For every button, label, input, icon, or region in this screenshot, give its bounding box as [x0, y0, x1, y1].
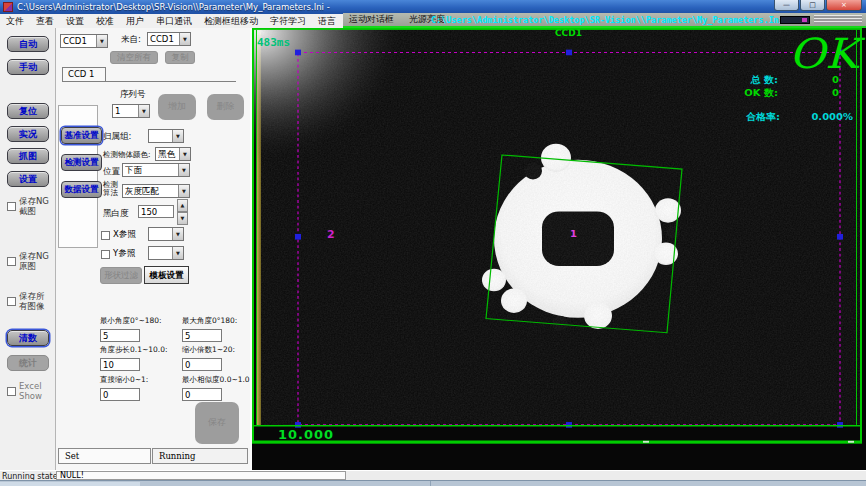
chevron-down-icon[interactable]: ▼ — [96, 35, 107, 47]
from-select[interactable]: CCD1 ▼ — [147, 32, 191, 46]
tab-set[interactable]: Set — [58, 448, 151, 464]
mini-window-controls[interactable] — [780, 16, 810, 24]
camera-view: 2 1 483ms CCD1 OK 总 数: 0 OK 数: 0 合格率: 0.… — [252, 28, 866, 470]
angle-step-input[interactable] — [100, 358, 140, 371]
chevron-down-icon[interactable]: ▼ — [172, 228, 183, 240]
chevron-down-icon[interactable]: ▼ — [172, 247, 183, 259]
y-ref-checkbox[interactable] — [101, 250, 110, 259]
shape-filter-button[interactable]: 形状过滤 — [100, 267, 142, 284]
frame-tick — [643, 441, 649, 443]
chevron-down-icon[interactable]: ▼ — [179, 33, 190, 45]
menu-item-motion-dialog[interactable]: 运动对话框 — [343, 13, 400, 26]
roi-handle-ml[interactable] — [295, 234, 301, 240]
serial-select[interactable]: 1 ▼ — [112, 104, 150, 118]
position-select[interactable]: 下面 ▼ — [122, 163, 190, 177]
direct-shrink-input[interactable] — [100, 388, 140, 401]
clear-all-button[interactable]: 清空所有 — [110, 51, 158, 64]
y-ref-select[interactable]: ▼ — [148, 246, 184, 260]
min-angle-input[interactable] — [100, 329, 140, 342]
menu-item-char-learn[interactable]: 字符学习 — [264, 14, 312, 28]
chevron-down-icon[interactable]: ▼ — [179, 148, 190, 160]
data-settings-button[interactable]: 数据设置 — [61, 181, 102, 198]
total-value: 0 — [832, 74, 839, 85]
ok-count-label: OK 数: — [744, 87, 778, 98]
x-ref-label: X参照 — [113, 229, 136, 241]
roi-index-marker: 2 — [327, 228, 335, 241]
tab-divider — [62, 81, 236, 82]
total-label: 总 数: — [750, 74, 778, 85]
chevron-down-icon[interactable]: ▼ — [178, 164, 189, 176]
capture-button[interactable]: 抓图 — [7, 148, 49, 164]
menu-item-file[interactable]: 文件 — [0, 14, 30, 28]
manual-button[interactable]: 手动 — [7, 59, 49, 75]
max-angle-input[interactable] — [182, 329, 222, 342]
group-label: 归属组: — [103, 131, 131, 143]
group-select[interactable]: ▼ — [148, 129, 184, 143]
live-button[interactable]: 实况 — [7, 126, 49, 142]
menu-item-settings[interactable]: 设置 — [60, 14, 90, 28]
menu-bar: 文件 查看 设置 校准 用户 串口通讯 检测框组移动 字符学习 语言 运动对话框… — [0, 14, 866, 28]
direct-shrink-label: 直接缩小0~1: — [100, 375, 148, 385]
camera-window-titlebar: 运动对话框 光源亮度 C:\Users\Administrator\Deskto… — [343, 13, 866, 28]
max-angle-label: 最大角度0°180: — [182, 316, 237, 326]
tab-ccd1[interactable]: CCD 1 — [62, 67, 106, 81]
min-similarity-input[interactable] — [182, 388, 222, 401]
part-index-marker: 1 — [570, 228, 577, 239]
save-ng-raw-checkbox[interactable] — [7, 257, 16, 266]
save-all-row: 保存所有图像 — [7, 291, 49, 311]
maximize-button[interactable]: □ — [800, 0, 825, 11]
shrink-input[interactable] — [182, 358, 222, 371]
detect-settings-button[interactable]: 检测设置 — [61, 154, 102, 171]
chevron-down-icon[interactable]: ▼ — [172, 130, 183, 142]
menu-item-serial-comm[interactable]: 串口通讯 — [150, 14, 198, 28]
x-ref-checkbox[interactable] — [101, 231, 110, 240]
chevron-down-icon[interactable]: ▼ — [178, 185, 189, 197]
algorithm-select[interactable]: 灰度匹配 ▼ — [122, 184, 190, 198]
tab-running[interactable]: Running — [152, 448, 248, 464]
spinner-up-icon[interactable]: ▲ — [177, 199, 188, 212]
save-ng-shot-checkbox[interactable] — [7, 202, 16, 211]
base-settings-button[interactable]: 基准设置 — [61, 127, 102, 144]
app-window: C:\Users\Administrator\Desktop\SR-Vision… — [0, 0, 866, 486]
close-button[interactable]: × — [826, 0, 862, 11]
save-all-checkbox[interactable] — [7, 297, 16, 306]
roi-handle-mr[interactable] — [837, 234, 843, 240]
add-button[interactable]: 增加 — [158, 94, 196, 120]
taskbar-strip — [0, 480, 866, 486]
camera-window-title: C:\Users\Administrator\Desktop\SR-Vision… — [431, 14, 781, 26]
template-settings-button[interactable]: 模板设置 — [144, 266, 189, 284]
remove-button[interactable]: 删除 — [207, 94, 244, 120]
roi-handle-br[interactable] — [837, 422, 843, 428]
statistics-button[interactable]: 统计 — [7, 355, 49, 371]
status-bar: Running state NULL! — [0, 470, 866, 480]
x-ref-select[interactable]: ▼ — [148, 227, 184, 241]
copy-button[interactable]: 复制 — [165, 51, 195, 64]
x-ref-row: X参照 — [101, 229, 136, 241]
menu-item-user[interactable]: 用户 — [120, 14, 150, 28]
spinner-down-icon[interactable]: ▼ — [177, 212, 188, 225]
object-color-label: 检测物体颜色: — [103, 150, 151, 160]
save-button[interactable]: 保存 — [195, 402, 239, 444]
bw-threshold-input[interactable] — [138, 205, 174, 218]
chevron-down-icon[interactable]: ▼ — [138, 105, 149, 117]
minimize-button[interactable]: — — [774, 0, 799, 11]
status-value-field: NULL! — [56, 471, 346, 480]
position-label: 位置 — [103, 166, 120, 178]
settings-button[interactable]: 设置 — [7, 171, 49, 187]
menu-item-view[interactable]: 查看 — [30, 14, 60, 28]
excel-show-checkbox[interactable] — [7, 387, 16, 396]
ccd-select[interactable]: CCD1 ▼ — [60, 34, 108, 48]
menu-item-frame-move[interactable]: 检测框组移动 — [198, 14, 264, 28]
roi-handle-tl[interactable] — [295, 50, 301, 56]
clear-count-button[interactable]: 清数 — [7, 330, 49, 346]
roi-handle-tm[interactable] — [566, 50, 572, 56]
roi-handle-bm[interactable] — [566, 422, 572, 428]
titlebar-grip — [814, 15, 862, 24]
auto-button[interactable]: 自动 — [7, 36, 49, 52]
menu-item-calibrate[interactable]: 校准 — [90, 14, 120, 28]
reset-button[interactable]: 复位 — [7, 103, 49, 119]
menu-item-language[interactable]: 语言 — [312, 14, 342, 28]
save-ng-raw-row: 保存NG原图 — [7, 251, 49, 271]
object-color-select[interactable]: 黑色 ▼ — [155, 147, 191, 161]
taskbar-divider — [430, 481, 431, 486]
